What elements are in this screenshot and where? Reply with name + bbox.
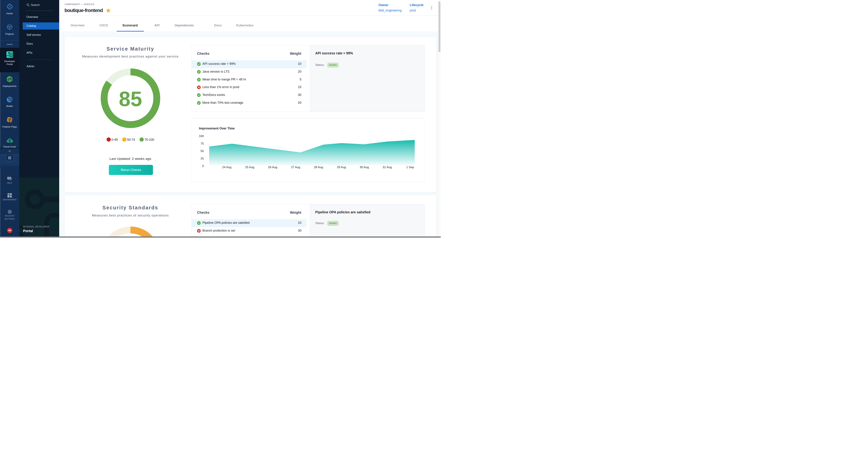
svg-text:?: ? (8, 177, 10, 179)
svg-text:85: 85 (119, 87, 142, 111)
svg-text:$: $ (8, 139, 11, 143)
